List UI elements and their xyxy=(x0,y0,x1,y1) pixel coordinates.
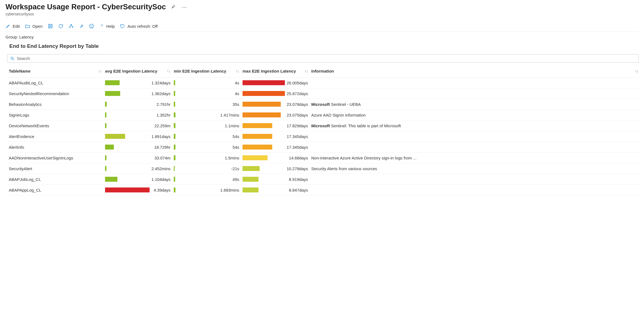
bar-fill xyxy=(174,134,175,139)
bar-value: 1.5mins xyxy=(220,156,239,160)
bar-fill xyxy=(105,145,114,150)
bar-value: 54s xyxy=(220,145,239,150)
cell-max: 8.919days xyxy=(241,174,310,185)
cell-info xyxy=(310,78,640,88)
table-row[interactable]: SecurityNestedRecommendation1.362days4s2… xyxy=(7,88,640,99)
bar-track xyxy=(105,187,150,192)
bar-fill xyxy=(174,166,175,171)
sort-icon[interactable]: ↑↓ xyxy=(635,69,639,73)
bar-fill xyxy=(243,112,281,117)
save-icon[interactable] xyxy=(48,23,53,29)
bar-fill xyxy=(174,91,175,96)
table-row[interactable]: SigninLogs1.352hr1.417mins23.075daysAzur… xyxy=(7,110,640,120)
col-header-info[interactable]: Information xyxy=(311,69,334,73)
bar-value: 23.075days xyxy=(287,113,308,117)
bar-track xyxy=(243,134,285,139)
bar-fill xyxy=(174,187,175,192)
bar-value: 25.872days xyxy=(287,91,308,96)
refresh-icon[interactable] xyxy=(58,23,64,29)
bar-fill xyxy=(243,91,285,96)
bar-track xyxy=(174,155,218,160)
cell-info xyxy=(310,88,640,99)
bar-value: 4s xyxy=(220,81,239,85)
bar-value: 35s xyxy=(220,102,239,107)
cell-min: 1.1mins xyxy=(172,120,241,131)
sort-icon[interactable]: ↑↓ xyxy=(304,69,308,73)
bar-track xyxy=(105,102,150,107)
pin-icon[interactable] xyxy=(170,3,177,11)
table-row[interactable]: AlertInfo18.729hr54s17.345days xyxy=(7,142,640,153)
help-button[interactable]: Help xyxy=(99,24,115,29)
bar-value: 1.891days xyxy=(151,134,170,139)
cell-min: 35s xyxy=(172,99,241,110)
sort-icon[interactable]: ↑↓ xyxy=(236,69,239,73)
cell-min: 1.5mins xyxy=(172,153,241,163)
bar-fill xyxy=(243,166,260,171)
cell-min: 1.417mins xyxy=(172,110,241,120)
table-row[interactable]: ABAPJobLog_CL1.104days49s8.919days xyxy=(7,174,640,185)
table-row[interactable]: DeviceNetworkEvents22.259m1.1mins17.829d… xyxy=(7,120,640,131)
edit-button[interactable]: Edit xyxy=(5,24,20,29)
search-icon xyxy=(10,56,15,61)
bar-value: 1.324days xyxy=(151,81,170,85)
page-header: Workspace Usage Report - CyberSecuritySo… xyxy=(5,3,639,16)
auto-refresh-button[interactable]: Auto refresh: Off xyxy=(120,23,158,29)
svg-point-7 xyxy=(89,24,93,28)
cell-max: 26.005days xyxy=(241,78,310,88)
more-icon[interactable] xyxy=(181,4,188,10)
cell-tablename: AlertInfo xyxy=(7,142,103,153)
sort-icon[interactable]: ↑↓ xyxy=(167,69,170,73)
bar-fill xyxy=(174,177,175,182)
bar-value: 17.345days xyxy=(287,145,308,150)
bar-fill xyxy=(105,155,106,160)
cell-tablename: SigninLogs xyxy=(7,110,103,120)
bar-value: 14.68days xyxy=(289,156,308,160)
bar-track xyxy=(174,112,218,117)
bar-fill xyxy=(243,123,272,128)
bar-track xyxy=(243,155,287,160)
feedback-icon[interactable] xyxy=(89,23,94,29)
cell-min: 49s xyxy=(172,174,241,185)
table-row[interactable]: SecurityAlert2.452mins-21s10.278daysSecu… xyxy=(7,163,640,174)
cell-min: 1.683mins xyxy=(172,185,241,195)
table-row[interactable]: ABAPAuditLog_CL1.324days4s26.005days xyxy=(7,78,640,88)
cell-avg: 4.39days xyxy=(103,185,172,195)
cell-avg: 2.452mins xyxy=(103,163,172,174)
col-header-min[interactable]: min E2E Ingestion Latency xyxy=(174,69,226,73)
col-header-avg[interactable]: avg E2E Ingestion Latency xyxy=(105,69,157,73)
table-header-row: TableName↑↓ avg E2E Ingestion Latency↑↓ … xyxy=(7,65,640,78)
bar-fill xyxy=(105,102,107,107)
bar-track xyxy=(243,177,287,182)
bar-value: 1.104days xyxy=(151,177,170,182)
sort-icon[interactable]: ↑↓ xyxy=(98,69,102,73)
bar-value: 8.847days xyxy=(289,188,308,192)
bar-fill xyxy=(243,155,268,160)
table-row[interactable]: ABAPAppLog_CL4.39days1.683mins8.847days xyxy=(7,185,640,195)
cell-max: 8.847days xyxy=(241,185,310,195)
cell-avg: 22.259m xyxy=(103,120,172,131)
cell-min: 54s xyxy=(172,131,241,142)
col-header-max[interactable]: max E2E Ingestion Latency xyxy=(243,69,296,73)
bar-fill xyxy=(105,80,120,85)
pin-toolbar-icon[interactable] xyxy=(79,24,84,29)
open-button[interactable]: Open xyxy=(25,24,43,29)
search-box[interactable] xyxy=(7,54,639,63)
bar-track xyxy=(105,145,150,150)
cell-min: 4s xyxy=(172,88,241,99)
page-title: Workspace Usage Report - CyberSecuritySo… xyxy=(5,3,166,11)
cell-info: Microsoft Sentinel - UEBA xyxy=(310,99,640,110)
share-icon[interactable] xyxy=(68,23,74,29)
table-row[interactable]: AADNonInteractiveUserSignInLogs33.074m1.… xyxy=(7,153,640,163)
search-input[interactable] xyxy=(17,56,635,61)
table-row[interactable]: BehaviorAnalytics2.791hr35s23.078daysMic… xyxy=(7,99,640,110)
cell-info: Azure AAD Signin information xyxy=(310,110,640,120)
bar-fill xyxy=(105,123,106,128)
table-row[interactable]: AlertEvidence1.891days54s17.345days xyxy=(7,131,640,142)
bar-value: 22.259m xyxy=(151,123,170,128)
col-header-name[interactable]: TableName xyxy=(9,69,31,73)
bar-value: 1.417mins xyxy=(220,113,239,117)
bar-track xyxy=(243,80,285,85)
bar-fill xyxy=(174,80,175,85)
bar-fill xyxy=(105,187,150,192)
bar-fill xyxy=(105,134,125,139)
